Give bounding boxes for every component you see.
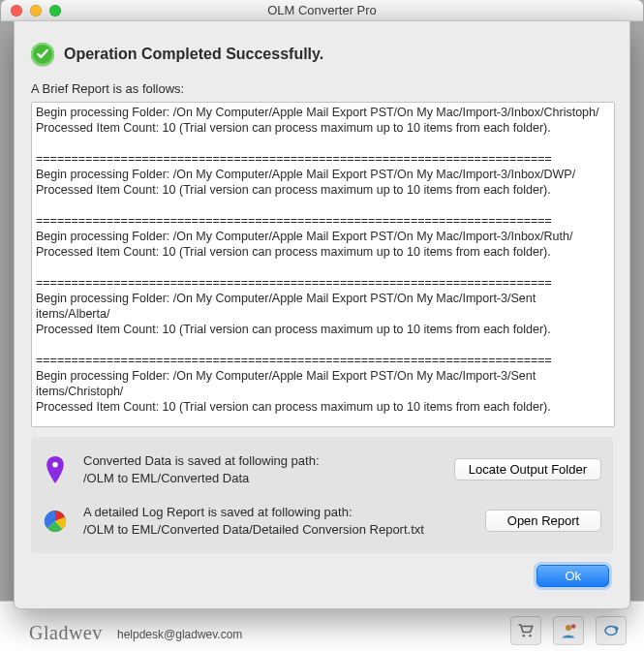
completion-dialog: Operation Completed Successfully. A Brie… xyxy=(14,21,630,609)
svg-point-1 xyxy=(529,635,531,636)
ok-button[interactable]: Ok xyxy=(537,565,609,587)
locate-output-folder-button[interactable]: Locate Output Folder xyxy=(454,458,601,480)
success-heading: Operation Completed Successfully. xyxy=(64,46,323,63)
log-path-label: A detailed Log Report is saved at follow… xyxy=(83,504,472,521)
output-path-value: /OLM to EML/Converted Data xyxy=(83,470,441,487)
cart-icon[interactable] xyxy=(510,616,541,645)
success-check-icon xyxy=(31,43,54,66)
brand-logo-text: Gladwev xyxy=(29,622,103,644)
report-intro-label: A Brief Report is as follows: xyxy=(31,81,613,96)
footer-panel: Converted Data is saved at following pat… xyxy=(31,437,613,553)
helpdesk-email: helpdesk@gladwev.com xyxy=(117,628,242,641)
svg-point-3 xyxy=(571,624,576,629)
output-path-label: Converted Data is saved at following pat… xyxy=(83,452,441,470)
sync-icon[interactable] xyxy=(596,616,627,645)
window-zoom-button[interactable] xyxy=(49,5,61,16)
window-close-button[interactable] xyxy=(11,5,22,16)
window-title: OLM Converter Pro xyxy=(1,3,643,17)
support-icon[interactable] xyxy=(553,616,584,645)
parent-toolbar xyxy=(510,616,627,645)
svg-point-2 xyxy=(566,625,571,631)
location-pin-icon xyxy=(41,456,70,483)
log-path-value: /OLM to EML/Converted Data/Detailed Conv… xyxy=(83,521,472,539)
svg-point-0 xyxy=(523,635,525,636)
window-minimize-button[interactable] xyxy=(30,5,42,16)
svg-point-4 xyxy=(52,461,58,467)
pie-chart-icon xyxy=(41,509,70,534)
open-report-button[interactable]: Open Report xyxy=(485,510,601,532)
report-textarea[interactable]: Begin processing Folder: /On My Computer… xyxy=(31,102,615,427)
titlebar: OLM Converter Pro xyxy=(1,0,643,21)
